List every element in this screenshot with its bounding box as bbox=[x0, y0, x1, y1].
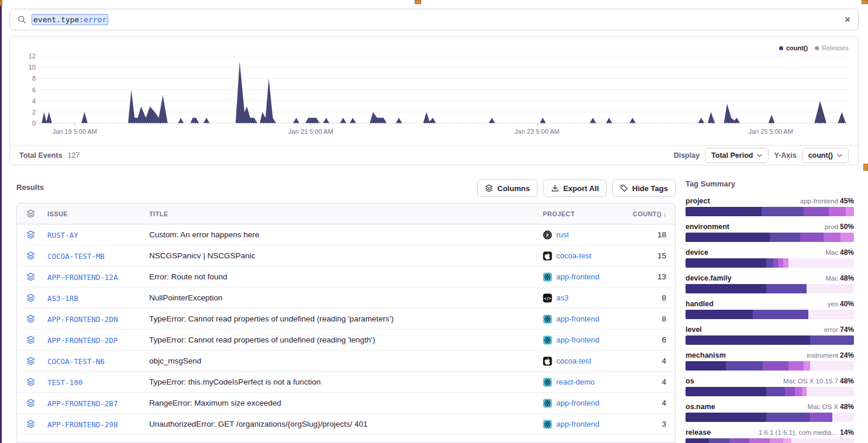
tag-summary-row: project app-frontend45% bbox=[686, 197, 854, 216]
table-row[interactable]: COCOA-TEST-N6 objc_msgSend cocoa-test 4 bbox=[17, 351, 675, 372]
column-header-project[interactable]: PROJECT bbox=[540, 210, 625, 217]
chart-x-axis: Jan 19 5:00 AMJan 21 5:00 AMJan 23 5:00 … bbox=[39, 126, 848, 137]
rust-logo-icon: R bbox=[543, 230, 552, 240]
table-row[interactable]: COCOA-TEST-MB NSCGSPanicv | NSCGSPanic c… bbox=[17, 245, 675, 267]
display-label: Display bbox=[674, 151, 700, 160]
issue-link[interactable]: COCOA-TEST-N6 bbox=[47, 357, 105, 366]
tag-percentage: 24% bbox=[840, 351, 854, 359]
tag-distribution-bar[interactable] bbox=[686, 335, 854, 345]
react-logo-icon bbox=[543, 272, 552, 282]
project-link[interactable]: app-frontend bbox=[556, 272, 600, 281]
search-bar[interactable]: event.type:error × bbox=[9, 9, 859, 30]
issue-stack-icon bbox=[26, 378, 35, 386]
table-row[interactable]: RUST-AY Custom: An error happens here R … bbox=[17, 224, 675, 245]
chart-y-axis: 024681012 bbox=[15, 52, 36, 123]
tag-distribution-bar[interactable] bbox=[686, 361, 854, 371]
tag-summary-row: os Mac OS X 10.15.748% bbox=[686, 377, 854, 396]
tag-name: level bbox=[686, 326, 702, 334]
tag-percentage: 74% bbox=[840, 326, 854, 334]
tag-percentage: 48% bbox=[840, 403, 854, 411]
releases-series-dot-icon bbox=[815, 46, 819, 50]
issue-link[interactable]: APP-FRONTEND-12A bbox=[47, 273, 118, 282]
issue-link[interactable]: COCOA-TEST-MB bbox=[47, 252, 105, 261]
export-all-button[interactable]: Export All bbox=[543, 179, 607, 197]
table-row[interactable]: APP-FRONTEND-12A Error: Route not found … bbox=[17, 267, 675, 288]
tag-distribution-bar[interactable] bbox=[686, 438, 854, 443]
tag-distribution-bar[interactable] bbox=[686, 207, 854, 216]
display-select[interactable]: Total Period bbox=[705, 148, 769, 163]
project-link[interactable]: app-frontend bbox=[556, 399, 600, 407]
tag-top-value: yes bbox=[828, 300, 838, 307]
column-header-issue[interactable]: ISSUE bbox=[44, 210, 147, 217]
close-icon[interactable]: × bbox=[845, 15, 850, 25]
legend-count[interactable]: count() bbox=[779, 44, 808, 51]
project-link[interactable]: app-frontend bbox=[556, 314, 600, 323]
tag-distribution-bar[interactable] bbox=[686, 284, 854, 293]
issue-link[interactable]: TEST-100 bbox=[47, 378, 82, 387]
y-axis-tick-label: 10 bbox=[29, 64, 36, 71]
project-link[interactable]: app-frontend bbox=[556, 335, 600, 344]
tag-top-value: error bbox=[824, 326, 838, 333]
tag-name: device.family bbox=[686, 274, 732, 282]
code-project-icon: </> bbox=[543, 293, 552, 303]
tag-percentage: 48% bbox=[840, 274, 854, 282]
tag-distribution-bar[interactable] bbox=[686, 413, 854, 422]
table-row[interactable]: AS3-1RB NullPointerException </> as3 8 bbox=[17, 288, 675, 309]
y-axis-select[interactable]: count() bbox=[802, 148, 849, 163]
project-link[interactable]: app-frontend bbox=[556, 420, 600, 428]
tag-percentage: 50% bbox=[840, 223, 854, 231]
issue-link[interactable]: APP-FRONTEND-2B7 bbox=[47, 399, 118, 408]
search-query-token[interactable]: event.type:error bbox=[32, 14, 108, 25]
column-header-count[interactable]: COUNT() ↓ bbox=[625, 210, 675, 217]
table-row[interactable]: APP-FRONTEND-2DN TypeError: Cannot read … bbox=[17, 309, 675, 330]
tag-summary-row: level error74% bbox=[686, 326, 854, 345]
y-axis-tick-label: 0 bbox=[32, 120, 36, 127]
events-area-chart[interactable] bbox=[39, 52, 848, 123]
issue-link[interactable]: APP-FRONTEND-2DN bbox=[47, 315, 118, 324]
tag-top-value: Mac OS X bbox=[808, 403, 838, 410]
apple-logo-icon bbox=[543, 251, 552, 261]
artifact-marker bbox=[0, 0, 2, 6]
legend-releases[interactable]: Releases bbox=[815, 44, 849, 51]
count-value: 3 bbox=[625, 420, 675, 428]
project-link[interactable]: rust bbox=[556, 230, 569, 239]
tag-distribution-bar[interactable] bbox=[686, 233, 854, 242]
issue-link[interactable]: APP-FRONTEND-298 bbox=[47, 420, 118, 429]
tag-distribution-bar[interactable] bbox=[686, 258, 854, 268]
tag-summary-row: mechanism instrument24% bbox=[686, 351, 854, 371]
tag-name: os.name bbox=[686, 403, 715, 411]
issue-title: RangeError: Maximum size exceeded bbox=[147, 399, 540, 407]
columns-button[interactable]: Columns bbox=[477, 179, 538, 197]
x-axis-tick-label: Jan 19 5:00 AM bbox=[53, 128, 97, 135]
tag-top-value: instrument bbox=[807, 352, 838, 359]
download-icon bbox=[551, 184, 559, 192]
count-value: 4 bbox=[625, 357, 675, 365]
issue-link[interactable]: APP-FRONTEND-2DP bbox=[47, 336, 118, 345]
y-axis-label: Y-Axis bbox=[774, 151, 796, 160]
issue-link[interactable]: RUST-AY bbox=[47, 231, 78, 240]
tag-summary-row: os.name Mac OS X48% bbox=[686, 403, 854, 422]
table-row[interactable]: TEST-100 TypeError: this.myCodeIsPerfect… bbox=[17, 372, 675, 393]
issue-title: NullPointerException bbox=[147, 293, 540, 302]
project-link[interactable]: as3 bbox=[556, 293, 569, 302]
project-link[interactable]: cocoa-test bbox=[556, 251, 591, 260]
table-row[interactable]: APP-FRONTEND-2DP TypeError: Cannot read … bbox=[17, 330, 675, 351]
partial-next-row bbox=[17, 435, 675, 443]
project-link[interactable]: react-demo bbox=[556, 378, 595, 386]
search-icon bbox=[18, 15, 26, 24]
project-link[interactable]: cocoa-test bbox=[556, 357, 591, 365]
tag-distribution-bar[interactable] bbox=[686, 310, 854, 319]
tag-summary-panel: Tag Summary project app-frontend45% envi… bbox=[686, 179, 854, 443]
react-logo-icon bbox=[543, 335, 552, 345]
chart-legend: count() Releases bbox=[779, 44, 849, 51]
artifact-marker bbox=[863, 164, 868, 171]
table-row[interactable]: APP-FRONTEND-298 UnauthorizedError: GET … bbox=[17, 414, 675, 435]
tag-distribution-bar[interactable] bbox=[686, 387, 854, 396]
x-axis-tick-label: Jan 21 5:00 AM bbox=[288, 128, 333, 135]
issue-title: objc_msgSend bbox=[147, 357, 540, 365]
tag-name: os bbox=[686, 377, 694, 385]
column-header-title[interactable]: TITLE bbox=[147, 210, 540, 217]
table-row[interactable]: APP-FRONTEND-2B7 RangeError: Maximum siz… bbox=[17, 393, 675, 414]
issue-link[interactable]: AS3-1RB bbox=[47, 294, 78, 303]
hide-tags-button[interactable]: Hide Tags bbox=[612, 179, 676, 197]
